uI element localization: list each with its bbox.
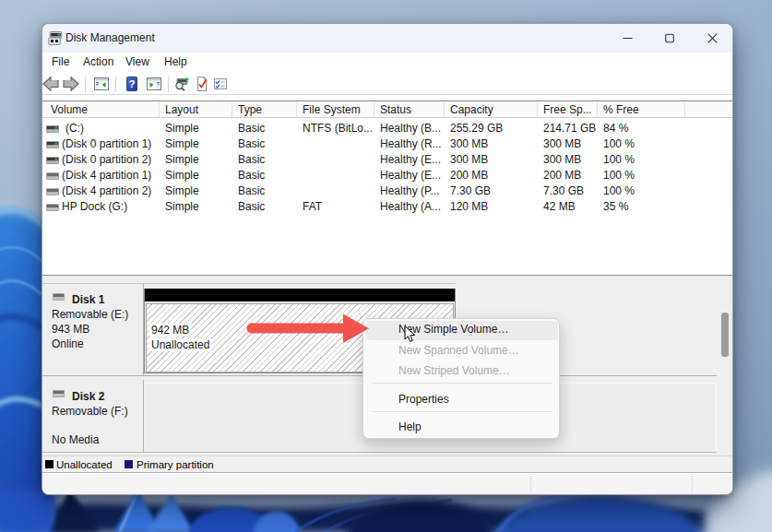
svg-text:?: ? [128, 78, 135, 89]
